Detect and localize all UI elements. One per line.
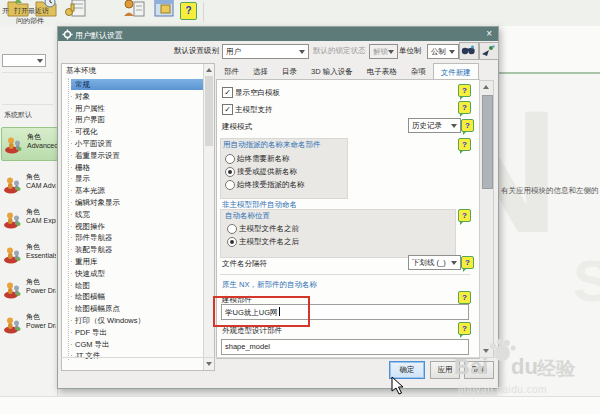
role-item[interactable]: 角色Power Dra bbox=[1, 308, 56, 340]
accept-or-provide-label: 接受或提供新名称 bbox=[237, 167, 297, 177]
role-name: Essentials bbox=[26, 252, 56, 259]
shape-part-input[interactable]: shape_model bbox=[221, 339, 469, 355]
always-new-name-radio[interactable] bbox=[225, 154, 235, 164]
role-name: CAM Adva bbox=[26, 182, 56, 189]
roles-filter-dropdown[interactable] bbox=[2, 54, 46, 67]
baidu-jingyan-watermark: Bai du 经验 jingyan.baidu.com bbox=[452, 338, 600, 400]
watermark-du: du bbox=[511, 354, 538, 380]
modeling-mode-value: 历史记录 bbox=[412, 121, 442, 131]
open-recent-label-line1[interactable]: 打开最近访 bbox=[14, 6, 49, 16]
tree-item[interactable]: 着重显示设置 bbox=[71, 150, 203, 161]
role-item[interactable]: 角色Advanced bbox=[1, 127, 58, 161]
role-icon bbox=[3, 314, 23, 334]
lock-state-label: 默认的锁定状态 bbox=[313, 46, 366, 56]
scroll-up-icon[interactable] bbox=[206, 68, 212, 72]
tree-item[interactable]: CGM 导出 bbox=[71, 339, 203, 350]
tree-item[interactable]: 绘图横幅原点 bbox=[71, 303, 203, 314]
tree-item[interactable]: 用户界面 bbox=[71, 114, 203, 125]
level-label: 默认设置级别 bbox=[162, 46, 219, 56]
help-icon[interactable]: ? bbox=[461, 119, 474, 132]
help-icon[interactable]: ? bbox=[461, 256, 474, 269]
tree-item[interactable]: 重用库 bbox=[71, 256, 203, 267]
tree-item[interactable]: 视图操作 bbox=[71, 221, 203, 232]
before-filename-radio[interactable] bbox=[227, 224, 237, 234]
separator-value: 下划线 (_) bbox=[412, 258, 446, 268]
tree-scroll-thumb[interactable] bbox=[205, 76, 213, 146]
help-icon[interactable]: ? bbox=[458, 291, 471, 304]
tree-item[interactable]: 快速成型 bbox=[71, 268, 203, 279]
after-filename-radio[interactable] bbox=[227, 237, 237, 247]
autoname-position-header: 自动名称位置 bbox=[225, 211, 270, 221]
tab-7[interactable]: 文件新建 bbox=[433, 63, 479, 80]
accept-or-provide-radio[interactable] bbox=[225, 167, 235, 177]
open-button-label[interactable]: 开 bbox=[2, 6, 9, 16]
level-dropdown[interactable]: 用户 bbox=[222, 44, 309, 59]
role-item[interactable]: 角色CAM Expre bbox=[1, 203, 56, 235]
tab-6[interactable]: 杂项 bbox=[404, 63, 433, 80]
tree-item[interactable]: 装配导航器 bbox=[71, 244, 203, 255]
help-icon[interactable]: ? bbox=[458, 209, 471, 222]
tab-4[interactable]: 3D 输入设备 bbox=[304, 63, 360, 80]
mouse-cursor bbox=[391, 376, 405, 396]
roles-panel: 系统默认 角色Advanced角色CAM Adva角色CAM Expre角色Es… bbox=[0, 26, 58, 396]
naming-section-header: 用自动指派的名称来命名部件 bbox=[223, 140, 321, 150]
help-bubble-icon[interactable]: ? bbox=[180, 2, 197, 20]
tab-1[interactable]: 部件 bbox=[217, 63, 246, 80]
tree-item[interactable]: PDF 导出 bbox=[71, 327, 203, 338]
tree-item[interactable]: 可视化 bbox=[71, 126, 203, 137]
tree-item[interactable]: 绘图 bbox=[71, 280, 203, 291]
units-dropdown[interactable]: 公制 bbox=[427, 44, 459, 59]
tree-item[interactable]: 部件导航器 bbox=[71, 232, 203, 243]
open-recent-label-line2[interactable]: 问的部件 bbox=[16, 16, 44, 26]
tree-item[interactable]: 栅格 bbox=[71, 162, 203, 173]
tree-root[interactable]: 基本环境 bbox=[66, 66, 96, 76]
show-blank-template-label: 显示空白模板 bbox=[235, 88, 280, 98]
tree-item[interactable]: 显示 bbox=[71, 173, 203, 184]
content-scroll-thumb[interactable] bbox=[482, 95, 493, 189]
role-item[interactable]: 角色Essentials bbox=[1, 238, 56, 270]
tree-item[interactable]: 常规 bbox=[71, 79, 203, 90]
close-icon[interactable]: × bbox=[486, 28, 492, 40]
show-blank-template-checkbox[interactable]: ✓ bbox=[222, 87, 233, 98]
help-icon[interactable]: ? bbox=[458, 322, 471, 335]
tree-item[interactable]: 对象 bbox=[71, 91, 203, 102]
key-list-icon[interactable] bbox=[64, 0, 86, 20]
find-default-button[interactable] bbox=[459, 42, 479, 60]
binoculars-icon bbox=[460, 43, 476, 57]
master-model-support-checkbox[interactable]: ✓ bbox=[222, 104, 233, 115]
help-icon[interactable]: ? bbox=[458, 138, 471, 151]
tab-5[interactable]: 电子表格 bbox=[360, 63, 404, 80]
content-scrollbar[interactable] bbox=[479, 80, 494, 358]
watermark-jingyan: 经验 bbox=[537, 356, 575, 382]
welcome-info-text: 有关应用模块的信息和左侧的 bbox=[501, 186, 599, 196]
always-accept-label: 始终接受指派的名称 bbox=[237, 180, 305, 190]
scroll-up-icon[interactable] bbox=[483, 85, 489, 89]
tree-item[interactable]: JT 文件 bbox=[71, 350, 203, 361]
role-title: 角色 bbox=[26, 172, 40, 182]
separator-dropdown[interactable]: 下划线 (_) bbox=[408, 255, 461, 270]
top-toolbar: ? 开 打开最近访 问的部件 bbox=[0, 0, 600, 26]
role-icon bbox=[3, 209, 23, 229]
tab-3[interactable]: 目录 bbox=[275, 63, 304, 80]
role-item[interactable]: 角色CAM Adva bbox=[1, 168, 56, 200]
tree-item[interactable]: 小平面设置 bbox=[71, 138, 203, 149]
help-icon[interactable]: ? bbox=[458, 101, 471, 114]
tree-item[interactable]: 用户属性 bbox=[71, 103, 203, 114]
manage-defaults-button[interactable] bbox=[479, 42, 499, 60]
role-name: Advanced bbox=[27, 142, 57, 149]
always-accept-radio[interactable] bbox=[225, 180, 235, 190]
tree-item[interactable]: 基本光源 bbox=[71, 185, 203, 196]
tree-item[interactable]: 绘图横幅 bbox=[71, 291, 203, 302]
tree-item[interactable]: 线宽 bbox=[71, 209, 203, 220]
tree-item[interactable]: 打印（仅 Windows） bbox=[71, 315, 203, 326]
help-icon[interactable]: ? bbox=[458, 84, 471, 97]
tree-item[interactable]: 编辑对象显示 bbox=[71, 197, 203, 208]
person-list-icon[interactable] bbox=[122, 0, 146, 20]
window-box-icon[interactable] bbox=[152, 0, 178, 20]
role-item[interactable]: 角色Power Dra bbox=[1, 273, 56, 305]
tab-2[interactable]: 选择 bbox=[246, 63, 275, 80]
modeling-mode-dropdown[interactable]: 历史记录 bbox=[408, 118, 461, 133]
scroll-down-icon[interactable] bbox=[206, 362, 212, 366]
divider bbox=[220, 274, 470, 275]
dialog-titlebar[interactable]: 用户默认设置 × bbox=[58, 27, 498, 41]
